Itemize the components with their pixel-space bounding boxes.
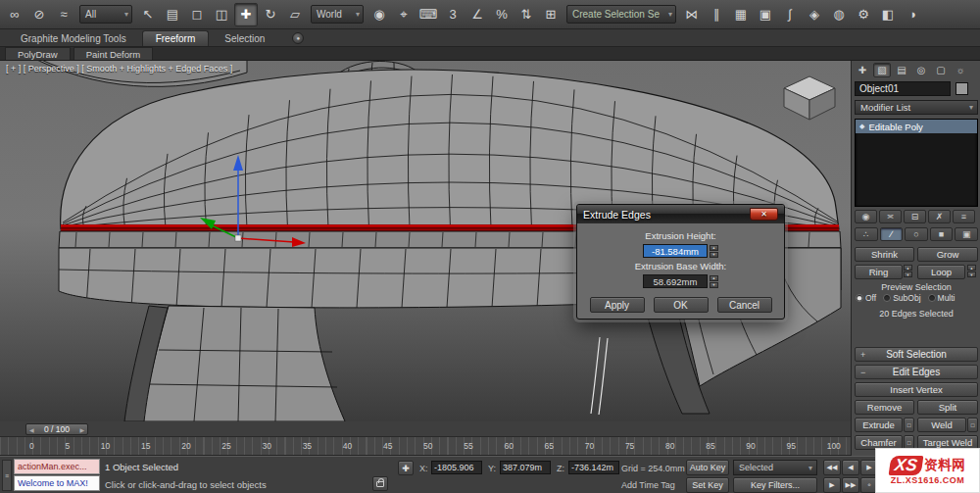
- select-object-icon[interactable]: ↖: [136, 3, 160, 26]
- remove-button[interactable]: Remove: [855, 400, 914, 415]
- bind-to-spacewarp-icon[interactable]: ≈: [52, 3, 75, 26]
- select-and-rotate-icon[interactable]: ↻: [259, 3, 282, 26]
- display-panel-icon[interactable]: ▢: [932, 63, 950, 77]
- rendered-frame-window-icon[interactable]: ◧: [876, 3, 900, 26]
- z-coordinate-field[interactable]: [568, 461, 619, 474]
- vertex-subobject-icon[interactable]: ∴: [855, 227, 878, 241]
- ribbon-minimize-button[interactable]: ●: [292, 32, 304, 44]
- shrink-button[interactable]: Shrink: [855, 247, 914, 262]
- snaps-toggle-icon[interactable]: 3: [441, 3, 465, 26]
- ring-spinner[interactable]: [904, 265, 912, 277]
- previous-frame-arrow-icon[interactable]: ◀: [29, 426, 34, 433]
- time-slider[interactable]: ◀ 0 / 100 ▶: [0, 421, 851, 437]
- subtab-paint-deform[interactable]: Paint Deform: [74, 47, 153, 60]
- select-by-name-icon[interactable]: ▤: [161, 3, 184, 26]
- add-time-tag[interactable]: Add Time Tag: [621, 480, 675, 490]
- edge-subobject-icon[interactable]: ∕: [880, 227, 904, 241]
- preview-multi-radio[interactable]: Multi: [928, 293, 956, 303]
- rollout-edit-edges[interactable]: − Edit Edges: [855, 365, 978, 379]
- graphite-ribbon-toggle-icon[interactable]: ▣: [754, 3, 777, 26]
- configure-modifier-sets-icon[interactable]: ≡: [953, 210, 975, 223]
- percent-snap-toggle-icon[interactable]: %: [490, 3, 514, 26]
- select-and-link-icon[interactable]: ∞: [3, 3, 26, 26]
- use-pivot-point-center-icon[interactable]: ◉: [368, 3, 391, 26]
- apply-button[interactable]: Apply: [590, 297, 645, 313]
- time-slider-handle[interactable]: ◀ 0 / 100 ▶: [25, 423, 88, 435]
- extrusion-height-spinner[interactable]: [710, 245, 718, 258]
- object-name-field[interactable]: [855, 81, 951, 96]
- preview-subobj-radio[interactable]: SubObj: [883, 293, 920, 303]
- next-frame-arrow-icon[interactable]: ▶: [79, 426, 84, 433]
- cancel-button[interactable]: Cancel: [717, 297, 772, 313]
- edit-named-selection-sets-icon[interactable]: ⊞: [539, 3, 563, 26]
- x-coordinate-field[interactable]: [431, 461, 482, 474]
- make-unique-icon[interactable]: ⊟: [904, 210, 926, 223]
- go-to-start-button[interactable]: ◀◀: [823, 460, 841, 475]
- tab-freeform[interactable]: Freeform: [142, 30, 210, 46]
- remove-modifier-icon[interactable]: ✗: [928, 210, 951, 223]
- border-subobject-icon[interactable]: ○: [905, 227, 928, 241]
- auto-key-button[interactable]: Auto Key: [686, 460, 729, 475]
- window-crossing-toggle-icon[interactable]: ◫: [210, 3, 233, 26]
- y-coordinate-field[interactable]: [500, 461, 551, 474]
- extrusion-base-width-spinner[interactable]: [710, 275, 718, 288]
- reference-coordinate-system-dropdown[interactable]: World: [311, 5, 364, 24]
- motion-panel-icon[interactable]: ◎: [912, 63, 930, 77]
- pin-stack-icon[interactable]: ◉: [855, 210, 877, 223]
- subtab-polydraw[interactable]: PolyDraw: [5, 47, 71, 60]
- close-icon[interactable]: ✕: [750, 208, 778, 221]
- track-bar[interactable]: 0510152025303540455055606570758085909510…: [0, 437, 851, 456]
- extrusion-height-input[interactable]: [643, 244, 708, 258]
- extrude-settings-button[interactable]: □: [904, 418, 914, 432]
- loop-spinner[interactable]: [967, 265, 976, 277]
- split-button[interactable]: Split: [917, 400, 978, 415]
- angle-snap-toggle-icon[interactable]: ∠: [466, 3, 489, 26]
- select-and-scale-icon[interactable]: ▱: [283, 3, 307, 26]
- ring-button[interactable]: Ring: [855, 265, 903, 279]
- unlink-selection-icon[interactable]: ⊘: [27, 3, 51, 26]
- hierarchy-panel-icon[interactable]: ▤: [893, 63, 910, 77]
- element-subobject-icon[interactable]: ▣: [955, 227, 978, 241]
- absolute-transform-typein-icon[interactable]: ✚: [398, 461, 414, 475]
- render-production-icon[interactable]: ◑: [901, 3, 924, 26]
- rectangular-selection-region-icon[interactable]: ◻: [185, 3, 209, 26]
- show-end-result-icon[interactable]: ≍: [879, 210, 902, 223]
- maxscript-listener-field[interactable]: Welcome to MAX!: [14, 475, 100, 491]
- tab-graphite-modeling-tools[interactable]: Graphite Modeling Tools: [8, 30, 139, 46]
- preview-off-radio[interactable]: Off: [856, 293, 876, 303]
- curve-editor-icon[interactable]: ∫: [778, 3, 802, 26]
- spinner-snap-toggle-icon[interactable]: ⇅: [514, 3, 538, 26]
- weld-button[interactable]: Weld: [917, 418, 966, 432]
- extrusion-base-width-input[interactable]: [643, 274, 708, 288]
- set-key-button[interactable]: Set Key: [686, 477, 729, 493]
- next-frame-button[interactable]: ▶: [823, 477, 841, 493]
- tab-selection[interactable]: Selection: [212, 30, 277, 46]
- material-editor-icon[interactable]: ◍: [827, 3, 851, 26]
- previous-frame-button[interactable]: ◀: [842, 460, 859, 475]
- extrude-button[interactable]: Extrude: [855, 418, 903, 432]
- loop-button[interactable]: Loop: [917, 265, 965, 279]
- go-to-end-button[interactable]: ▶▶: [842, 477, 859, 493]
- ok-button[interactable]: OK: [654, 297, 709, 313]
- dialog-titlebar[interactable]: Extrude Edges ✕: [577, 205, 784, 223]
- weld-settings-button[interactable]: □: [967, 418, 978, 432]
- align-icon[interactable]: ∥: [705, 3, 728, 26]
- keyboard-shortcut-override-icon[interactable]: ⌨: [416, 3, 440, 26]
- key-filters-button[interactable]: Key Filters...: [733, 477, 817, 493]
- select-and-move-icon[interactable]: ✚: [234, 3, 258, 26]
- create-panel-icon[interactable]: ✚: [854, 63, 871, 77]
- modifier-list-dropdown[interactable]: Modifier List: [855, 100, 978, 115]
- polygon-subobject-icon[interactable]: ■: [930, 227, 954, 241]
- modifier-stack[interactable]: ◆ Editable Poly: [855, 119, 978, 207]
- stack-item-editable-poly[interactable]: ◆ Editable Poly: [856, 120, 977, 133]
- modify-panel-icon[interactable]: ▧: [873, 63, 891, 77]
- render-setup-icon[interactable]: ⚙: [852, 3, 875, 26]
- named-selection-sets-dropdown[interactable]: Create Selection Se: [566, 5, 676, 24]
- layer-manager-icon[interactable]: ▦: [729, 3, 753, 26]
- selection-lock-toggle[interactable]: [372, 476, 388, 491]
- insert-vertex-button[interactable]: Insert Vertex: [855, 382, 978, 397]
- selection-set-dropdown[interactable]: Selected: [733, 460, 817, 475]
- grow-button[interactable]: Grow: [917, 247, 978, 262]
- maxscript-listener-menu-icon[interactable]: ≡: [2, 460, 12, 491]
- select-and-manipulate-icon[interactable]: ⌖: [392, 3, 416, 26]
